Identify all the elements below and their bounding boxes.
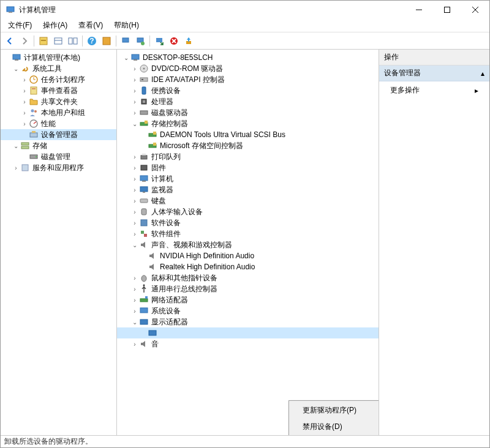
device-sw-components[interactable]: ›软件组件: [117, 228, 379, 239]
tool-icon[interactable]: [182, 34, 195, 48]
expander-icon[interactable]: ›: [130, 97, 139, 106]
expander-icon[interactable]: ›: [130, 296, 139, 304]
back-button[interactable]: [3, 34, 17, 48]
menu-file[interactable]: 文件(F): [6, 19, 34, 32]
expander-icon[interactable]: ⌄: [122, 53, 130, 62]
tree-root[interactable]: 计算机管理(本地): [1, 52, 116, 63]
menu-help[interactable]: 帮助(H): [111, 19, 141, 32]
device-sw-devices[interactable]: ›软件设备: [117, 217, 379, 228]
svg-point-17: [141, 42, 145, 45]
device-processors[interactable]: ›处理器: [117, 96, 379, 107]
svg-rect-73: [140, 308, 148, 313]
device-daemon[interactable]: DAEMON Tools Ultra Virtual SCSI Bus: [117, 129, 379, 140]
device-sound[interactable]: ⌄声音、视频和游戏控制器: [117, 239, 379, 250]
device-display[interactable]: ⌄显示适配器: [117, 316, 379, 327]
tree-services[interactable]: ›服务和应用程序: [1, 162, 116, 173]
storage-ctrl-icon: [139, 119, 149, 129]
tree-device-manager[interactable]: 设备管理器: [1, 129, 116, 140]
tool-icon[interactable]: [153, 34, 166, 48]
tree-system-tools[interactable]: ⌄系统工具: [1, 63, 116, 74]
delete-icon[interactable]: [167, 34, 181, 48]
tool-icon[interactable]: [119, 34, 132, 48]
tool-icon[interactable]: [37, 34, 50, 48]
expander-icon[interactable]: ⌄: [12, 141, 20, 150]
expander-icon[interactable]: ⌄: [130, 318, 139, 326]
expander-icon[interactable]: ⌄: [12, 64, 20, 73]
expander-icon[interactable]: ›: [20, 75, 29, 84]
expander-icon[interactable]: ›: [130, 230, 139, 238]
device-computer[interactable]: ›计算机: [117, 173, 379, 184]
device-hid[interactable]: ›人体学输入设备: [117, 206, 379, 217]
device-network[interactable]: ›网络适配器: [117, 294, 379, 305]
menu-action[interactable]: 操作(A): [40, 19, 70, 32]
tree-event-viewer[interactable]: ›事件查看器: [1, 85, 116, 96]
device-firmware[interactable]: ›固件: [117, 162, 379, 173]
device-ide[interactable]: ›IDE ATA/ATAPI 控制器: [117, 74, 379, 85]
help-icon[interactable]: ?: [85, 34, 99, 48]
expander-icon[interactable]: ⌄: [130, 119, 139, 128]
device-storage-ctrl[interactable]: ⌄存储控制器: [117, 118, 379, 129]
device-print-queues[interactable]: ›打印队列: [117, 151, 379, 162]
expander-icon[interactable]: ⌄: [130, 241, 139, 249]
device-system[interactable]: ›系统设备: [117, 305, 379, 316]
context-disable[interactable]: 禁用设备(D): [290, 419, 379, 435]
expander-icon[interactable]: ›: [12, 163, 20, 172]
disk-icon: [29, 152, 39, 162]
tree-shared-folders[interactable]: ›共享文件夹: [1, 96, 116, 107]
device-nvidia-audio[interactable]: NVIDIA High Definition Audio: [117, 250, 379, 261]
forward-button[interactable]: [18, 34, 31, 48]
tool-icon[interactable]: [66, 34, 80, 48]
expander-icon[interactable]: ›: [130, 207, 139, 216]
expander-icon[interactable]: ›: [20, 86, 29, 95]
minimize-button[interactable]: [405, 1, 433, 19]
svg-rect-37: [21, 146, 29, 149]
expander-icon[interactable]: ›: [130, 75, 139, 84]
device-mice[interactable]: ›鼠标和其他指针设备: [117, 272, 379, 283]
expander-icon[interactable]: ›: [130, 185, 139, 194]
tree-storage[interactable]: ⌄存储: [1, 140, 116, 151]
device-display-child[interactable]: [117, 327, 379, 338]
expander-icon[interactable]: ›: [130, 174, 139, 183]
tree-task-scheduler[interactable]: ›任务计划程序: [1, 74, 116, 85]
tool-icon[interactable]: [134, 34, 147, 48]
expander-icon[interactable]: ›: [130, 307, 139, 315]
device-portable[interactable]: ›便携设备: [117, 85, 379, 96]
tool-icon[interactable]: [51, 34, 65, 48]
device-ms-storage[interactable]: Microsoft 存储空间控制器: [117, 140, 379, 151]
expander-icon[interactable]: ›: [20, 97, 29, 106]
expander-icon[interactable]: ›: [130, 218, 139, 227]
device-dvd[interactable]: ›DVD/CD-ROM 驱动器: [117, 63, 379, 74]
device-disk-drives[interactable]: ›磁盘驱动器: [117, 107, 379, 118]
expander-icon[interactable]: ›: [130, 196, 139, 205]
svg-rect-7: [41, 40, 46, 41]
expander-icon[interactable]: ›: [20, 119, 29, 128]
device-keyboards[interactable]: ›键盘: [117, 195, 379, 206]
expander-icon[interactable]: ›: [130, 152, 139, 161]
expander-icon[interactable]: ›: [20, 108, 29, 117]
context-update-driver[interactable]: 更新驱动程序(P): [290, 402, 379, 419]
svg-point-69: [141, 275, 146, 282]
device-root[interactable]: ⌄DESKTOP-8E5SLCH: [117, 52, 379, 63]
device-usb[interactable]: ›通用串行总线控制器: [117, 283, 379, 294]
expander-icon[interactable]: ›: [130, 340, 139, 348]
tool-icon[interactable]: [100, 34, 113, 48]
window-title: 计算机管理: [19, 5, 405, 15]
tree-local-users[interactable]: ›本地用户和组: [1, 107, 116, 118]
actions-section[interactable]: 设备管理器 ▴: [379, 65, 489, 81]
maximize-button[interactable]: [433, 1, 461, 19]
actions-more[interactable]: 更多操作 ▸: [379, 81, 489, 99]
expander-icon[interactable]: ›: [130, 163, 139, 172]
device-monitors[interactable]: ›监视器: [117, 184, 379, 195]
expander-icon[interactable]: ›: [130, 64, 139, 73]
close-button[interactable]: [461, 1, 489, 19]
device-audio-inputs[interactable]: ›音: [117, 338, 379, 349]
tree-disk-mgmt[interactable]: 磁盘管理: [1, 151, 116, 162]
device-realtek-audio[interactable]: Realtek High Definition Audio: [117, 261, 379, 272]
expander-icon[interactable]: ›: [130, 86, 139, 95]
menu-view[interactable]: 查看(V): [76, 19, 105, 32]
svg-rect-72: [145, 296, 148, 299]
tree-performance[interactable]: ›性能: [1, 118, 116, 129]
expander-icon[interactable]: ›: [130, 285, 139, 293]
expander-icon[interactable]: ›: [130, 108, 139, 117]
expander-icon[interactable]: ›: [130, 274, 139, 282]
